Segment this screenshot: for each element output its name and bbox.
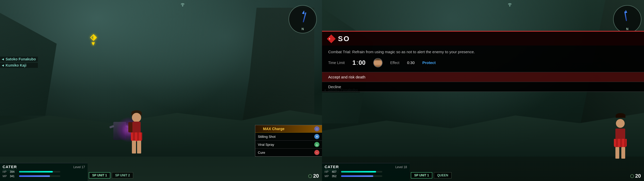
effect-name: Protect xyxy=(422,60,436,65)
character-body xyxy=(126,110,147,155)
mp-row-right: MP 352 xyxy=(325,175,407,178)
hud-left: Primed CATER Level 17 HP 394 MP 341 xyxy=(0,157,322,181)
skill-item-1[interactable]: Stilling Shot ✕ xyxy=(255,133,322,141)
char-leg-right xyxy=(137,141,141,153)
char-right-torso xyxy=(615,129,625,139)
hp-row-left: HP 394 xyxy=(3,170,85,173)
choice-accept[interactable]: Accept and risk death xyxy=(322,72,644,82)
choice-accept-text: Accept and risk death xyxy=(328,75,365,79)
skill-menu: MAX Charge □ Stilling Shot ✕ Viral Spray… xyxy=(255,125,322,157)
hp-row-right: HP 407 xyxy=(325,170,407,173)
svg-point-0 xyxy=(182,5,183,6)
effect-timer: 0:30 xyxy=(407,60,414,65)
compass-circle-left: N xyxy=(289,5,317,33)
char-level-right: Level 18 xyxy=(395,165,407,169)
so-diamond-icon: ♦ xyxy=(329,37,330,40)
sp-unit-1-left: SP UNIT 1 xyxy=(89,172,110,178)
char-right-skirt xyxy=(614,139,627,147)
face-img xyxy=(374,59,382,67)
time-limit-label: Time Limit xyxy=(328,61,345,65)
char-skirt xyxy=(131,132,142,141)
skill-name-2: Cure xyxy=(258,151,265,155)
skill-menu-header: MAX Charge □ xyxy=(255,125,322,133)
wifi-icon-left xyxy=(180,2,185,8)
sp-units-right: SP UNIT 1 QUEEN xyxy=(411,172,452,178)
combat-details: Time Limit 1 : 00 Effect 0:30 Protect xyxy=(328,58,638,67)
char-head xyxy=(132,113,141,122)
skill-btn-circle: ○ xyxy=(314,150,319,155)
compass-right: N xyxy=(613,5,639,31)
skill-btn-tri: △ xyxy=(314,142,319,147)
hud-right: Primed CATER Level 18 HP 407 MP 352 xyxy=(322,157,644,181)
effect-label: Effect xyxy=(390,61,400,65)
ammo-icon-right: ⬡ xyxy=(630,173,634,179)
sp-unit-2-left: SP UNIT 2 xyxy=(112,172,133,178)
compass-circle-right: N xyxy=(613,5,641,33)
choice-decline-text: Decline xyxy=(328,85,341,89)
face-icon xyxy=(373,58,383,67)
mp-bar-fill-right xyxy=(341,175,373,177)
char-info-left: CATER Level 17 HP 394 MP 341 xyxy=(0,163,88,181)
combat-dialog: ♦ SO Combat Trial: Refrain from using ma… xyxy=(322,31,644,92)
skill-header-text: MAX Charge xyxy=(263,127,284,131)
char-right-head xyxy=(616,119,625,128)
hp-bar-bg-left xyxy=(19,171,60,173)
char-leg-left xyxy=(132,141,136,153)
skill-btn-square[interactable]: □ xyxy=(314,126,319,131)
so-diamond xyxy=(327,34,336,43)
mp-row-left: MP 341 xyxy=(3,175,85,178)
ammo-icon-left: ⬡ xyxy=(308,173,312,179)
left-panel: ⬗ ▼ xyxy=(0,0,322,181)
character-left xyxy=(126,110,147,157)
skill-name-0: Stilling Shot xyxy=(258,135,276,139)
sp-unit-1-right: SP UNIT 1 xyxy=(411,172,432,178)
skill-btn-cross: ✕ xyxy=(314,134,319,139)
combat-description: Combat Trial: Refrain from using magic s… xyxy=(328,49,638,55)
svg-point-1 xyxy=(509,5,510,6)
char-right-hair xyxy=(616,113,625,118)
time-colon: : xyxy=(356,59,358,66)
skill-name-1: Viral Spray xyxy=(258,143,274,147)
combat-body: Combat Trial: Refrain from using magic s… xyxy=(322,46,644,72)
char-name-right: CATER xyxy=(325,165,339,169)
time-value: 1 xyxy=(352,59,356,66)
time-seconds: 00 xyxy=(359,59,366,66)
so-header: ♦ SO xyxy=(322,32,644,46)
char-info-right: CATER Level 18 HP 407 MP 352 xyxy=(322,163,410,181)
sp-unit-2-right: QUEEN xyxy=(434,172,452,178)
ammo-left: ⬡ 20 xyxy=(308,173,319,179)
sp-units-left: SP UNIT 1 SP UNIT 2 xyxy=(89,172,133,178)
name-tag-1: ◄ Kumiko Kaji xyxy=(0,63,38,68)
ammo-right: ⬡ 20 xyxy=(630,173,641,179)
mp-bar-bg-right xyxy=(341,175,382,177)
ammo-count-left: 20 xyxy=(313,173,319,179)
skill-item-2[interactable]: Viral Spray △ xyxy=(255,141,322,149)
so-title: SO xyxy=(338,35,350,43)
mp-bar-bg-left xyxy=(19,175,60,177)
character-right xyxy=(611,113,623,157)
compass-n-right: N xyxy=(626,27,629,31)
hp-bar-bg-right xyxy=(341,171,382,173)
name-tags-left: ◄ Satoko Funakubo ◄ Kumiko Kaji xyxy=(0,57,38,68)
ammo-count-right: 20 xyxy=(635,173,641,179)
compass-tip-right xyxy=(625,10,627,13)
so-diamond-wrapper: ♦ xyxy=(327,35,335,43)
enemy-marker: ⬗ ▼ xyxy=(88,32,98,45)
right-panel: N ◄ Satoko Funakubo ♦ SO Combat Trial: R… xyxy=(322,0,644,181)
mp-bar-fill-left xyxy=(19,175,50,177)
char-torso xyxy=(132,122,141,133)
choice-decline[interactable]: Decline xyxy=(322,82,644,92)
skill-item-3[interactable]: Cure ○ xyxy=(255,149,322,156)
char-name-left: CATER xyxy=(3,165,17,169)
name-tag-0: ◄ Satoko Funakubo xyxy=(0,57,38,62)
hp-bar-fill-right xyxy=(341,171,376,173)
compass-left: N xyxy=(289,5,317,33)
wifi-icon-right xyxy=(507,2,513,8)
hp-bar-fill-left xyxy=(19,171,53,173)
char-level-left: Level 17 xyxy=(73,165,85,169)
compass-n-left: N xyxy=(302,27,304,31)
time-display: 1 : 00 xyxy=(352,59,366,66)
